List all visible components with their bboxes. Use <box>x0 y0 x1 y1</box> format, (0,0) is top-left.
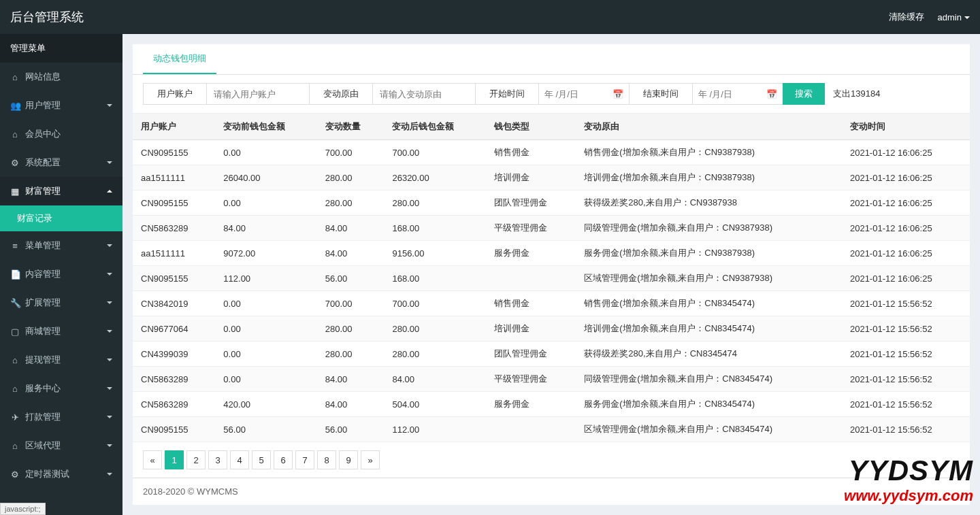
sidebar-item-8[interactable]: ▢商城管理 <box>0 317 122 346</box>
sidebar-item-10[interactable]: ⌂服务中心 <box>0 374 122 403</box>
page-button[interactable]: 7 <box>295 450 314 469</box>
account-input[interactable] <box>207 84 309 104</box>
sidebar-item-label: 定时器测试 <box>25 468 69 480</box>
sidebar-item-0[interactable]: ⌂网站信息 <box>0 63 122 91</box>
sidebar-item-label: 系统配置 <box>25 156 61 169</box>
sidebar-item-label: 财富管理 <box>25 185 61 197</box>
table-cell: 700.00 <box>384 291 485 316</box>
table-cell: 获得级差奖280,来自用户：CN8345474 <box>576 342 842 367</box>
sidebar-item-label: 网站信息 <box>25 71 61 83</box>
table-cell: 700.00 <box>317 291 385 316</box>
table-header-cell: 钱包类型 <box>486 114 576 140</box>
table-cell: 培训佣金(增加余额,来自用户：CN9387938) <box>576 165 842 190</box>
table-cell: 0.00 <box>215 140 316 165</box>
table-cell: 同级管理佣金(增加余额,来自用户：CN8345474) <box>576 367 842 392</box>
table-cell: 平级管理佣金 <box>486 216 576 241</box>
sidebar-item-label: 菜单管理 <box>25 239 61 252</box>
chevron-icon <box>107 359 112 361</box>
menu-icon: 📄 <box>10 269 20 280</box>
page-button[interactable]: » <box>361 450 380 469</box>
reason-input[interactable] <box>373 84 475 104</box>
chevron-icon <box>107 104 112 107</box>
chevron-icon <box>107 244 112 247</box>
table-header-cell: 变动后钱包金额 <box>384 114 485 140</box>
table-cell: 168.00 <box>384 266 485 291</box>
table-row: CN9095155112.0056.00168.00区域管理佣金(增加余额,来自… <box>133 266 970 291</box>
table-cell: 培训佣金(增加余额,来自用户：CN8345474) <box>576 316 842 342</box>
filter-bar: 用户账户 变动原由 开始时间 📅 结束时间 📅 搜索 <box>133 75 970 114</box>
table-cell: 504.00 <box>384 392 485 417</box>
clear-cache-link[interactable]: 清除缓存 <box>889 11 924 23</box>
chevron-down-icon <box>964 16 970 19</box>
table-cell: CN3842019 <box>133 291 215 316</box>
tab-wallet-detail[interactable]: 动态钱包明细 <box>143 44 216 74</box>
sidebar-item-11[interactable]: ✈打款管理 <box>0 403 122 431</box>
sidebar-item-4[interactable]: ▦财富管理 <box>0 177 122 205</box>
search-button[interactable]: 搜索 <box>783 83 825 105</box>
page-button[interactable]: 4 <box>230 450 249 469</box>
sidebar-item-5[interactable]: ≡菜单管理 <box>0 231 122 260</box>
table-cell: CN9095155 <box>133 140 215 165</box>
status-bar: javascript:; <box>0 503 46 515</box>
table-header-cell: 变动数量 <box>317 114 385 140</box>
menu-icon: ⌂ <box>10 384 20 394</box>
main-content: 动态钱包明细 用户账户 变动原由 开始时间 📅 结束时间 <box>122 34 980 515</box>
table-cell: CN9095155 <box>133 266 215 291</box>
table-cell: 区域管理佣金(增加余额,来自用户：CN9387938) <box>576 266 842 291</box>
start-date-input[interactable] <box>539 84 607 104</box>
table-cell: 同级管理佣金(增加余额,来自用户：CN9387938) <box>576 216 842 241</box>
menu-icon: ▢ <box>10 327 20 337</box>
sidebar-item-label: 打款管理 <box>25 411 61 423</box>
menu-icon: ⚙ <box>10 469 20 480</box>
table-cell: 0.00 <box>215 367 316 392</box>
sidebar-item-1[interactable]: 👥用户管理 <box>0 91 122 120</box>
footer: 2018-2020 © WYMCMS <box>133 478 970 505</box>
sidebar-item-7[interactable]: 🔧扩展管理 <box>0 288 122 317</box>
sidebar-subitem-wealth-record[interactable]: 财富记录 <box>0 205 122 231</box>
table-cell: 112.00 <box>384 417 485 442</box>
sidebar-item-label: 商城管理 <box>25 325 61 337</box>
page-button[interactable]: 5 <box>252 450 271 469</box>
summary-text: 支出139184 <box>833 88 880 100</box>
sidebar-item-6[interactable]: 📄内容管理 <box>0 260 122 288</box>
sidebar-item-label: 会员中心 <box>25 128 61 140</box>
table-cell: 56.00 <box>317 266 385 291</box>
table-cell: 84.00 <box>317 367 385 392</box>
table-cell: 2021-01-12 15:56:52 <box>842 291 970 316</box>
reason-label: 变动原由 <box>310 84 373 104</box>
table-cell: 0.00 <box>215 190 316 216</box>
table-cell: CN9095155 <box>133 417 215 442</box>
account-label: 用户账户 <box>144 84 207 104</box>
table-cell: 280.00 <box>317 316 385 342</box>
sidebar-item-13[interactable]: ⚙定时器测试 <box>0 460 122 488</box>
page-button[interactable]: 6 <box>274 450 293 469</box>
table-cell: 2021-01-12 15:56:52 <box>842 392 970 417</box>
table-cell: 280.00 <box>384 190 485 216</box>
table-cell: 26040.00 <box>215 165 316 190</box>
page-button[interactable]: 1 <box>165 450 184 469</box>
page-button[interactable]: 3 <box>208 450 227 469</box>
user-menu[interactable]: admin <box>938 12 970 22</box>
table-cell: 2021-01-12 16:06:25 <box>842 190 970 216</box>
table-cell: 团队管理佣金 <box>486 342 576 367</box>
page-button[interactable]: 2 <box>186 450 206 469</box>
menu-icon: ⚙ <box>10 158 20 168</box>
table-cell: 2021-01-12 16:06:25 <box>842 216 970 241</box>
end-date-input[interactable] <box>693 84 761 104</box>
table-cell: 2021-01-12 16:06:25 <box>842 241 970 266</box>
table-cell: 9156.00 <box>384 241 485 266</box>
table-cell: 培训佣金 <box>486 165 576 190</box>
page-button[interactable]: 8 <box>317 450 336 469</box>
table-cell: 团队管理佣金 <box>486 190 576 216</box>
sidebar-item-2[interactable]: ⌂会员中心 <box>0 120 122 148</box>
sidebar-item-9[interactable]: ⌂提现管理 <box>0 346 122 374</box>
sidebar-item-12[interactable]: ⌂区域代理 <box>0 431 122 460</box>
table-cell: 420.00 <box>215 392 316 417</box>
pagination: «123456789» <box>133 442 970 478</box>
page-button[interactable]: « <box>143 450 162 469</box>
sidebar-item-3[interactable]: ⚙系统配置 <box>0 148 122 177</box>
table-cell: 2021-01-12 16:06:25 <box>842 165 970 190</box>
page-button[interactable]: 9 <box>339 450 358 469</box>
table-cell: 0.00 <box>215 316 316 342</box>
table-cell: 销售佣金(增加余额,来自用户：CN8345474) <box>576 291 842 316</box>
